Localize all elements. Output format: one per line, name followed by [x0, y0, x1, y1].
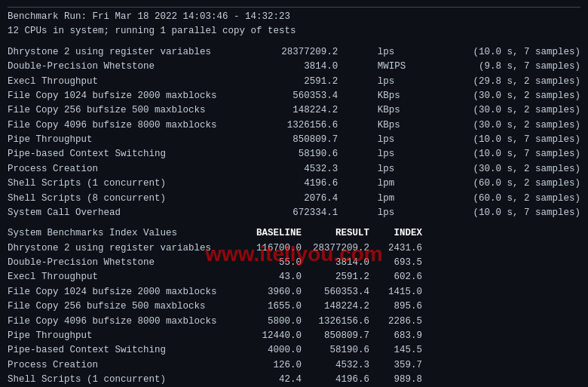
- index-row-label: File Copy 1024 bufsize 2000 maxblocks: [8, 285, 234, 299]
- index-row-baseline: 5800.0: [234, 315, 302, 329]
- bench-label: File Copy 4096 bufsize 8000 maxblocks: [8, 118, 234, 133]
- bench-value: 850809.7: [270, 133, 338, 147]
- bench-label: Dhrystone 2 using register variables: [8, 45, 234, 60]
- bench-extra: (30.0 s, 2 samples): [452, 118, 580, 133]
- bench-label: Pipe Throughput: [8, 133, 234, 147]
- index-row-baseline: 3960.0: [234, 285, 302, 299]
- divider-top: [8, 7, 580, 8]
- benchmark-run-line: Benchmark Run: Fri Mar 18 2022 14:03:46 …: [8, 10, 580, 24]
- bench-value: 2591.2: [270, 75, 338, 89]
- index-row-baseline: 12440.0: [234, 329, 302, 343]
- bench-unit: lpm: [375, 192, 416, 206]
- index-row-label: File Copy 4096 bufsize 8000 maxblocks: [8, 315, 234, 329]
- index-row-index: 989.8: [369, 373, 422, 387]
- index-row: Pipe Throughput 12440.0 850809.7 683.9: [8, 329, 580, 343]
- index-row-index: 895.6: [369, 299, 422, 314]
- bench-extra: (10.0 s, 7 samples): [452, 147, 580, 161]
- index-row-baseline: 42.4: [234, 373, 302, 387]
- index-row-result: 1326156.6: [302, 315, 369, 329]
- bench-row: File Copy 256 bufsize 500 maxblocks 1482…: [8, 103, 580, 118]
- bench-row: Shell Scripts (8 concurrent) 2076.4 lpm …: [8, 192, 580, 206]
- bench-unit: lps: [375, 133, 416, 147]
- bench-row: Process Creation 4532.3 lps (30.0 s, 2 s…: [8, 162, 580, 177]
- bench-unit: lps: [375, 147, 416, 161]
- index-header-baseline: BASELINE: [234, 226, 302, 241]
- index-row: Shell Scripts (1 concurrent) 42.4 4196.6…: [8, 373, 580, 387]
- index-row-baseline: 55.0: [234, 256, 302, 270]
- bench-value: 4532.3: [270, 162, 338, 177]
- bench-label: File Copy 1024 bufsize 2000 maxblocks: [8, 89, 234, 103]
- bench-unit: MWIPS: [375, 60, 416, 74]
- index-row-index: 1415.0: [369, 285, 422, 299]
- bench-extra: (29.8 s, 2 samples): [452, 75, 580, 89]
- bench-unit: lps: [375, 45, 416, 60]
- cpu-line: 12 CPUs in system; running 1 parallel co…: [8, 24, 580, 38]
- index-header-result: RESULT: [302, 226, 369, 241]
- bench-value: 148224.2: [270, 103, 338, 118]
- index-row-result: 4196.6: [302, 373, 369, 387]
- bench-label: Shell Scripts (8 concurrent): [8, 192, 234, 206]
- bench-row: Pipe-based Context Switching 58190.6 lps…: [8, 147, 580, 161]
- bench-row: Dhrystone 2 using register variables 283…: [8, 45, 580, 60]
- index-row-label: Dhrystone 2 using register variables: [8, 241, 234, 256]
- index-row-result: 148224.2: [302, 299, 369, 314]
- bench-label: Pipe-based Context Switching: [8, 147, 234, 161]
- bench-rows: Dhrystone 2 using register variables 283…: [8, 45, 580, 221]
- index-row-baseline: 126.0: [234, 358, 302, 373]
- index-row-label: Pipe-based Context Switching: [8, 343, 234, 358]
- index-row: Dhrystone 2 using register variables 116…: [8, 241, 580, 256]
- index-row: File Copy 1024 bufsize 2000 maxblocks 39…: [8, 285, 580, 299]
- index-row-index: 145.5: [369, 343, 422, 358]
- bench-label: System Call Overhead: [8, 206, 234, 220]
- index-row-label: File Copy 256 bufsize 500 maxblocks: [8, 299, 234, 314]
- index-row-index: 602.6: [369, 270, 422, 284]
- bench-extra: (60.0 s, 2 samples): [452, 177, 580, 191]
- bench-value: 3814.0: [270, 60, 338, 74]
- bench-extra: (10.0 s, 7 samples): [452, 206, 580, 220]
- index-row-result: 850809.7: [302, 329, 369, 343]
- index-row-label: Pipe Throughput: [8, 329, 234, 343]
- bench-value: 4196.6: [270, 177, 338, 191]
- index-row-label: Process Creation: [8, 358, 234, 373]
- bench-label: Double-Precision Whetstone: [8, 60, 234, 74]
- bench-row: Execl Throughput 2591.2 lps (29.8 s, 2 s…: [8, 75, 580, 89]
- bench-extra: (60.0 s, 2 samples): [452, 192, 580, 206]
- bench-extra: (30.0 s, 2 samples): [452, 103, 580, 118]
- index-row-index: 693.5: [369, 256, 422, 270]
- index-row-index: 359.7: [369, 358, 422, 373]
- bench-unit: lps: [375, 206, 416, 220]
- index-header-index: INDEX: [369, 226, 422, 241]
- index-row-index: 683.9: [369, 329, 422, 343]
- index-row: Double-Precision Whetstone 55.0 3814.0 6…: [8, 256, 580, 270]
- bench-value: 2076.4: [270, 192, 338, 206]
- index-header: System Benchmarks Index Values BASELINE …: [8, 226, 580, 241]
- bench-unit: KBps: [375, 118, 416, 133]
- index-row-result: 28377209.2: [302, 241, 369, 256]
- bench-unit: lps: [375, 75, 416, 89]
- index-row-result: 58190.6: [302, 343, 369, 358]
- index-row-label: Double-Precision Whetstone: [8, 256, 234, 270]
- index-row: File Copy 256 bufsize 500 maxblocks 1655…: [8, 299, 580, 314]
- bench-value: 672334.1: [270, 206, 338, 220]
- bench-value: 560353.4: [270, 89, 338, 103]
- bench-extra: (10.0 s, 7 samples): [452, 133, 580, 147]
- terminal: Benchmark Run: Fri Mar 18 2022 14:03:46 …: [0, 0, 588, 387]
- index-row-result: 3814.0: [302, 256, 369, 270]
- index-row-index: 2286.5: [369, 315, 422, 329]
- index-row-baseline: 1655.0: [234, 299, 302, 314]
- index-row: File Copy 4096 bufsize 8000 maxblocks 58…: [8, 315, 580, 329]
- bench-row: File Copy 1024 bufsize 2000 maxblocks 56…: [8, 89, 580, 103]
- bench-extra: (30.0 s, 2 samples): [452, 162, 580, 177]
- bench-unit: KBps: [375, 103, 416, 118]
- bench-row: System Call Overhead 672334.1 lps (10.0 …: [8, 206, 580, 220]
- bench-label: Shell Scripts (1 concurrent): [8, 177, 234, 191]
- index-row-label: Shell Scripts (1 concurrent): [8, 373, 234, 387]
- index-row-result: 4532.3: [302, 358, 369, 373]
- bench-value: 1326156.6: [270, 118, 338, 133]
- index-row: Process Creation 126.0 4532.3 359.7: [8, 358, 580, 373]
- bench-unit: lpm: [375, 177, 416, 191]
- bench-extra: (10.0 s, 7 samples): [452, 45, 580, 60]
- bench-extra: (30.0 s, 2 samples): [452, 89, 580, 103]
- bench-row: Shell Scripts (1 concurrent) 4196.6 lpm …: [8, 177, 580, 191]
- index-row: Pipe-based Context Switching 4000.0 5819…: [8, 343, 580, 358]
